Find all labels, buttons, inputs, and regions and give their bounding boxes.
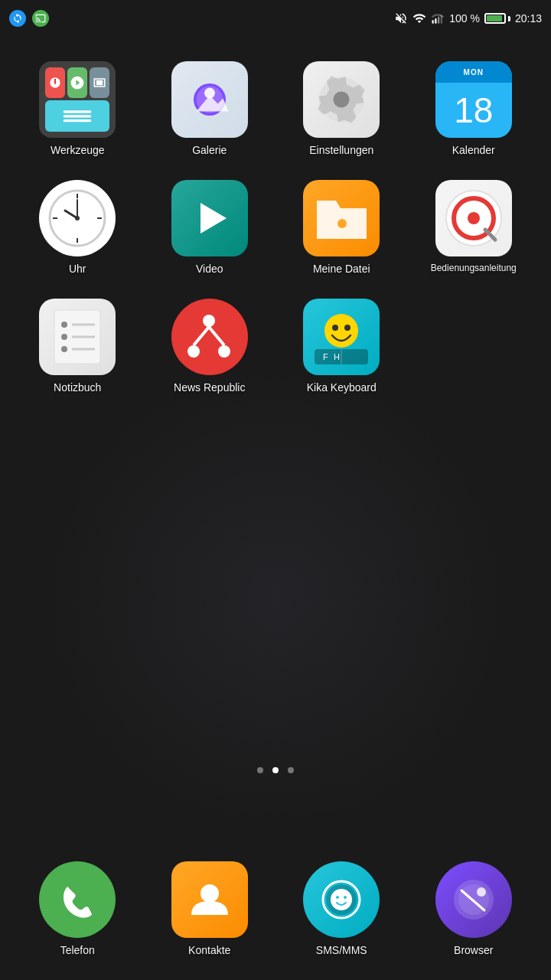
video-label: Video — [196, 263, 223, 276]
app-einstellungen[interactable]: Einstellungen — [279, 61, 404, 157]
bedienung-label: Bedienungsanleitung — [431, 263, 517, 273]
svg-point-22 — [75, 216, 80, 220]
werkzeuge-label: Werkzeuge — [51, 144, 105, 157]
kika-icon: F H — [303, 299, 380, 375]
news-label: News Republic — [174, 381, 245, 394]
uhr-label: Uhr — [69, 263, 86, 276]
app-news[interactable]: News Republic — [148, 299, 272, 394]
sms-label: SMS/MMS — [316, 944, 367, 957]
app-video[interactable]: Video — [148, 180, 272, 276]
uhr-icon — [39, 180, 116, 256]
wifi-icon — [412, 11, 426, 25]
svg-point-57 — [477, 887, 486, 897]
status-bar: 100 % 20:13 — [0, 0, 551, 37]
dock-kontakte[interactable]: Kontakte — [148, 861, 272, 957]
svg-line-39 — [194, 327, 209, 345]
app-uhr[interactable]: Uhr — [15, 180, 140, 276]
svg-point-37 — [187, 345, 200, 358]
galerie-label: Galerie — [192, 144, 227, 157]
svg-point-36 — [203, 315, 215, 327]
app-kalender[interactable]: MON 18 Kalender — [412, 61, 536, 157]
page-dots — [0, 767, 551, 773]
signal-icon — [431, 11, 445, 25]
dot-1[interactable] — [257, 767, 263, 773]
svg-point-51 — [331, 889, 352, 910]
svg-line-40 — [209, 327, 224, 345]
svg-rect-8 — [64, 119, 92, 122]
einstellungen-icon — [303, 61, 380, 138]
svg-point-32 — [61, 334, 67, 340]
svg-point-27 — [468, 212, 480, 224]
dot-2[interactable] — [272, 767, 279, 773]
svg-point-42 — [332, 325, 338, 331]
telefon-label: Telefon — [60, 944, 95, 957]
svg-point-34 — [61, 346, 67, 352]
dock-browser[interactable]: Browser — [412, 861, 536, 957]
svg-rect-0 — [432, 20, 434, 24]
dot-3[interactable] — [288, 767, 294, 773]
svg-rect-2 — [438, 17, 439, 24]
kalender-label: Kalender — [452, 144, 495, 157]
dock: Telefon Kontakte SMS/MMS — [0, 861, 551, 957]
svg-point-52 — [336, 896, 339, 899]
sms-icon — [303, 861, 380, 938]
svg-point-24 — [337, 219, 347, 228]
werkzeuge-icon — [39, 61, 116, 138]
news-icon — [171, 299, 248, 375]
svg-rect-5 — [54, 79, 56, 84]
svg-point-30 — [61, 322, 67, 328]
browser-icon — [435, 861, 512, 938]
telefon-icon — [39, 861, 116, 938]
notizbuch-label: Notizbuch — [54, 381, 101, 394]
sync-icon — [9, 10, 26, 27]
video-icon — [171, 180, 248, 256]
clock-time: 20:13 — [515, 12, 542, 24]
svg-rect-3 — [441, 15, 442, 24]
svg-rect-1 — [435, 18, 437, 24]
svg-rect-7 — [64, 115, 92, 117]
app-grid: Werkzeuge Galerie Einstellungen — [0, 46, 551, 409]
battery-icon — [484, 13, 510, 24]
svg-text:F: F — [323, 352, 328, 361]
kalender-number: 18 — [454, 93, 493, 128]
meinedatei-label: Meine Datei — [313, 263, 370, 276]
app-meinedatei[interactable]: Meine Datei — [279, 180, 404, 276]
svg-point-53 — [344, 896, 347, 899]
bedienung-icon — [435, 180, 512, 256]
kontakte-icon — [171, 861, 248, 938]
status-left-icons — [9, 10, 49, 27]
dock-telefon[interactable]: Telefon — [15, 861, 140, 957]
kika-label: Kika Keyboard — [307, 381, 377, 394]
app-bedienung[interactable]: Bedienungsanleitung — [412, 180, 536, 276]
mute-icon — [394, 11, 408, 25]
app-werkzeuge[interactable]: Werkzeuge — [15, 61, 140, 157]
app-notizbuch[interactable]: Notizbuch — [15, 299, 140, 394]
battery-percent: 100 % — [449, 12, 480, 24]
svg-text:H: H — [334, 352, 340, 361]
status-right-icons: 100 % 20:13 — [394, 11, 542, 25]
kalender-icon: MON 18 — [435, 61, 512, 138]
svg-point-38 — [218, 345, 230, 358]
svg-point-43 — [344, 325, 350, 331]
kontakte-label: Kontakte — [188, 944, 230, 957]
app-galerie[interactable]: Galerie — [148, 61, 272, 157]
cast-icon — [32, 10, 49, 27]
browser-label: Browser — [454, 944, 493, 957]
galerie-icon — [171, 61, 248, 138]
svg-point-41 — [324, 314, 358, 348]
meinedatei-icon — [303, 180, 380, 256]
svg-point-14 — [334, 92, 350, 108]
notizbuch-icon — [39, 299, 116, 375]
dock-sms[interactable]: SMS/MMS — [279, 861, 404, 957]
svg-point-48 — [201, 884, 219, 903]
svg-marker-23 — [201, 203, 227, 234]
app-kika[interactable]: F H Kika Keyboard — [279, 299, 404, 394]
einstellungen-label: Einstellungen — [309, 144, 373, 157]
svg-rect-6 — [64, 111, 92, 113]
